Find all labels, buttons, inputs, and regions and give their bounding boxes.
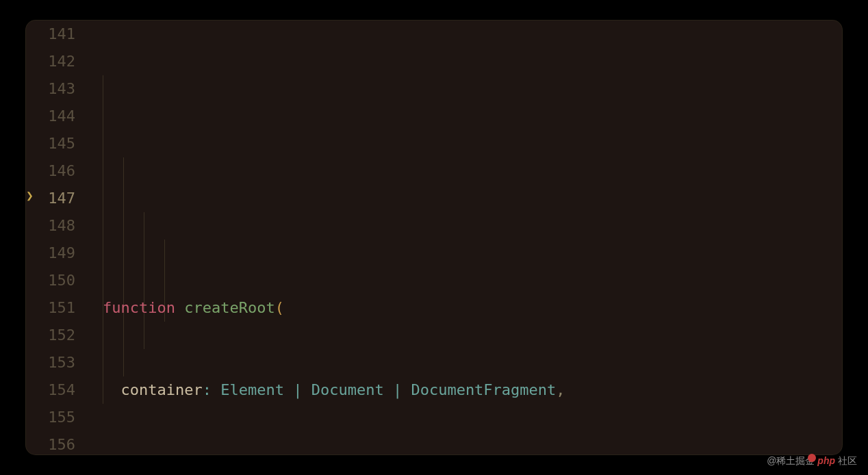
- line-number: 141: [26, 21, 75, 48]
- watermark-text: @稀土掘金: [767, 452, 815, 470]
- code-line: [88, 212, 842, 240]
- line-number: 151: [26, 294, 75, 322]
- code-line: container: Element | Document | Document…: [88, 376, 842, 404]
- line-number: 144: [26, 103, 75, 130]
- line-number-gutter: ❯ 141 142 143 144 145 146 147 148 149 15…: [26, 21, 88, 454]
- code-editor[interactable]: ❯ 141 142 143 144 145 146 147 148 149 15…: [26, 21, 842, 454]
- line-number: 143: [26, 75, 75, 103]
- code-area: ❯ 141 142 143 144 145 146 147 148 149 15…: [26, 21, 842, 454]
- indent-guide: [123, 157, 124, 376]
- line-number: 152: [26, 322, 75, 349]
- line-number: 148: [26, 212, 75, 240]
- line-number: 142: [26, 48, 75, 75]
- line-number: 149: [26, 240, 75, 267]
- line-number: 153: [26, 349, 75, 376]
- watermark-text: 社区: [838, 452, 857, 470]
- watermark: @稀土掘金php社区: [767, 452, 857, 470]
- line-number: 150: [26, 267, 75, 294]
- line-number: 155: [26, 404, 75, 431]
- code-line: function createRoot(: [88, 294, 842, 322]
- watermark-logo: php: [817, 452, 835, 470]
- line-number: 154: [26, 376, 75, 404]
- code-content[interactable]: function createRoot( container: Element …: [88, 21, 842, 454]
- line-number: 146: [26, 157, 75, 185]
- line-number-current: 147: [26, 185, 75, 212]
- line-number: 145: [26, 130, 75, 157]
- line-number: 156: [26, 431, 75, 454]
